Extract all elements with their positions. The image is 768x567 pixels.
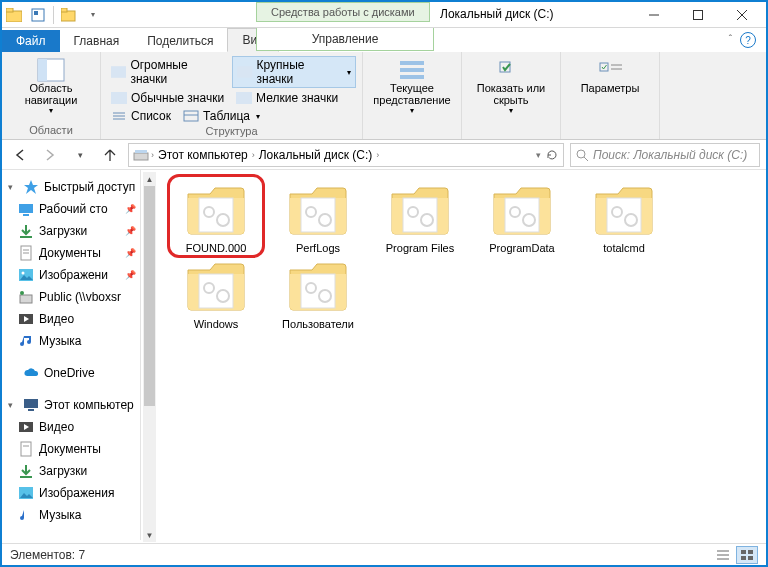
navigation-pane-button[interactable]: Область навигации ▾ [8,56,94,117]
search-input[interactable]: Поиск: Локальный диск (C:) [570,143,760,167]
svg-rect-0 [6,11,22,22]
recent-locations-button[interactable]: ▾ [68,143,92,167]
layout-huge-icons[interactable]: Огромные значки [107,56,228,88]
svg-rect-29 [135,150,147,153]
address-dropdown-icon[interactable]: ▾ [536,150,541,160]
ribbon-group-options: Параметры [561,52,660,139]
contextual-tab-disk-tools[interactable]: Средства работы с дисками [256,2,430,22]
collapse-ribbon-icon[interactable]: ˆ [729,34,732,45]
sidebar-pictures-pc[interactable]: Изображения [2,482,140,504]
sidebar-documents[interactable]: Документы📌 [2,242,140,264]
folder-item[interactable]: Program Files [379,182,461,254]
layout-large-icons[interactable]: Крупные значки▾ [232,56,356,88]
sidebar-scrollbar[interactable]: ▲ ▼ [143,172,156,542]
back-button[interactable] [8,143,32,167]
svg-rect-19 [184,111,198,121]
sidebar-this-pc[interactable]: ▾Этот компьютер [2,394,140,416]
chevron-right-icon[interactable]: › [252,150,255,160]
svg-point-55 [217,214,229,226]
sidebar-documents-pc[interactable]: Документы [2,438,140,460]
sidebar-desktop[interactable]: Рабочий сто📌 [2,198,140,220]
tab-share[interactable]: Поделиться [133,30,227,52]
view-large-icons-button[interactable] [736,546,758,564]
show-hide-button[interactable]: Показать или скрыть▾ [468,56,554,117]
qat-new-folder-icon[interactable] [57,4,81,26]
chevron-right-icon[interactable]: › [376,150,379,160]
svg-point-42 [20,291,24,295]
folder-item[interactable]: FOUND.000 [175,182,257,254]
folder-item[interactable]: Windows [175,258,257,330]
svg-rect-21 [400,61,424,65]
navigation-tree[interactable]: ▾Быстрый доступ Рабочий сто📌 Загрузки📌 Д… [2,170,141,540]
forward-button[interactable] [38,143,62,167]
svg-rect-15 [236,92,252,104]
current-view-button[interactable]: Текущее представление▾ [369,56,455,117]
sidebar-videos[interactable]: Видео [2,308,140,330]
folder-name: Пользователи [282,318,354,330]
sidebar-music-pc[interactable]: Музыка [2,504,140,526]
maximize-button[interactable] [676,2,720,28]
breadcrumb-drive[interactable]: Локальный диск (C:) [257,148,375,162]
qat-dropdown-icon[interactable]: ▾ [81,4,105,26]
breadcrumb[interactable]: › Этот компьютер › Локальный диск (C:) ›… [128,143,564,167]
ribbon-group-show-hide: Показать или скрыть▾ [462,52,561,139]
svg-rect-34 [23,214,29,216]
tab-file[interactable]: Файл [2,30,60,52]
minimize-button[interactable] [632,2,676,28]
layout-small-icons[interactable]: Мелкие значки [232,90,342,106]
svg-rect-46 [28,409,34,411]
help-button[interactable]: ? [740,32,756,48]
ribbon-group-layout: Огромные значки Крупные значки▾ Обычные … [101,52,363,139]
tab-home[interactable]: Главная [60,30,134,52]
svg-rect-79 [741,556,746,560]
tab-manage[interactable]: Управление [256,28,434,51]
svg-rect-78 [748,550,753,554]
up-button[interactable] [98,143,122,167]
layout-list[interactable]: Список [107,108,175,124]
qat-properties-icon[interactable] [26,4,50,26]
view-details-button[interactable] [712,546,734,564]
svg-rect-77 [741,550,746,554]
sidebar-music[interactable]: Музыка [2,330,140,352]
svg-rect-11 [38,59,47,81]
ribbon-group-current-view: Текущее представление▾ [363,52,462,139]
layout-normal-icons[interactable]: Обычные значки [107,90,228,106]
layout-table[interactable]: Таблица▾ [179,108,264,124]
svg-rect-45 [24,399,38,408]
svg-line-31 [584,157,588,161]
breadcrumb-this-pc[interactable]: Этот компьютер [156,148,250,162]
folder-item[interactable]: PerfLogs [277,182,359,254]
sidebar-downloads-pc[interactable]: Загрузки [2,460,140,482]
svg-rect-1 [6,8,13,12]
pin-icon: 📌 [125,248,136,258]
svg-rect-80 [748,556,753,560]
chevron-right-icon[interactable]: › [151,150,154,160]
sidebar-downloads[interactable]: Загрузки📌 [2,220,140,242]
folder-name: Windows [194,318,239,330]
drive-icon [133,148,149,162]
system-menu-icon[interactable] [2,4,26,26]
sidebar-public[interactable]: Public (\\vboxsr [2,286,140,308]
ribbon-group-regions: Область навигации ▾ Области [2,52,101,139]
folder-name: totalcmd [603,242,645,254]
group-label-regions: Области [8,123,94,137]
svg-rect-33 [19,204,33,213]
svg-rect-53 [199,198,233,232]
folder-view[interactable]: FOUND.000 PerfLogs Program Files Program… [167,170,766,540]
refresh-icon[interactable] [545,148,559,162]
svg-rect-49 [21,442,31,456]
svg-marker-32 [24,180,38,194]
folder-item[interactable]: Пользователи [277,258,359,330]
pin-icon: 📌 [125,226,136,236]
close-button[interactable] [720,2,764,28]
sidebar-videos-pc[interactable]: Видео [2,416,140,438]
folder-item[interactable]: ProgramData [481,182,563,254]
svg-rect-22 [400,68,424,72]
sidebar-onedrive[interactable]: ▸OneDrive [2,362,140,384]
group-label-layout: Структура [107,124,356,138]
sidebar-quick-access[interactable]: ▾Быстрый доступ [2,176,140,198]
folder-item[interactable]: totalcmd [583,182,665,254]
options-button[interactable]: Параметры [567,56,653,96]
sidebar-pictures[interactable]: Изображени📌 [2,264,140,286]
status-item-count: Элементов: 7 [10,548,85,562]
